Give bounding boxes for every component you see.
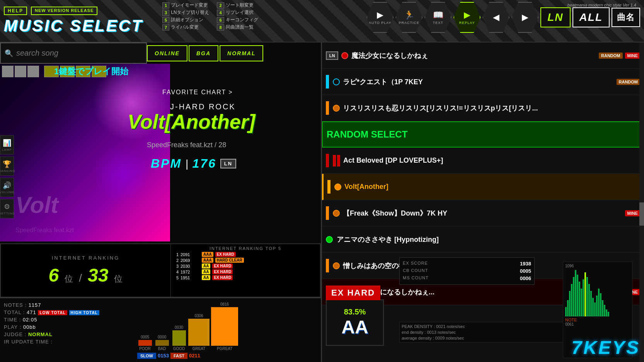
shortcut-8: 8 同曲譜面一覧	[217, 24, 264, 31]
ln-type-selector[interactable]: LN	[540, 7, 570, 27]
song-item-random[interactable]: RANDOM SELECT	[322, 121, 644, 148]
lamp-icon-btn[interactable]: 📊 LAMP	[0, 135, 14, 155]
ir-row-5: 5 1951 AA EX HARD	[173, 275, 318, 280]
bar-indicator-4	[326, 154, 329, 167]
shortcut-1: 1 プレイモード変更	[162, 2, 209, 8]
shortcut-7: 7 ライバル変更	[162, 24, 209, 31]
density-panel: PEAK DENSITY : 0021 notes/sec end densit…	[399, 322, 573, 343]
song-item-2[interactable]: リスリスリスも忍リスリス[リスリス!=リスリスpリス[リスリ...	[322, 95, 644, 121]
song-item-1[interactable]: ラピ*クエスト（1P 7KEY RANDOM	[322, 69, 644, 95]
text-icon: 📖	[433, 10, 443, 20]
volume-icon-btn[interactable]: 🔊 VOLUME	[0, 178, 14, 197]
badge-mine-0: MINE	[625, 53, 641, 59]
bar-indicator-6	[326, 206, 329, 220]
ir-row-2: 2 2069 AAA HARD CLEAR	[173, 258, 318, 263]
song-name-6: 【Freak《Show】Down》7K HY	[343, 209, 623, 218]
judge-poor: 0005 POOR	[137, 335, 153, 351]
song-item-5[interactable]: Volt[Another]	[322, 174, 644, 200]
tab-online[interactable]: ONLINE	[147, 45, 187, 61]
tab-normal[interactable]: NORMAL	[220, 45, 263, 61]
search-input[interactable]	[16, 49, 142, 58]
song-item-6[interactable]: 【Freak《Show】Down》7K HY MINE	[322, 200, 644, 226]
song-name-2: リスリスリスも忍リスリス[リスリス!=リスリスpリス[リスリ...	[343, 104, 640, 113]
key-box-3	[27, 66, 39, 77]
bpm-value: 176	[192, 156, 216, 171]
volume-icon: 🔊	[3, 181, 11, 190]
bottom-stats: NOTES : 1157 TOTAL : 471 LOW TOTAL HIGH …	[0, 297, 321, 362]
slow-fast-row: SLOW 0153 FAST 0211	[137, 353, 273, 359]
stat-middle: 0005 POOR 0000 BAD 0030 GOOD	[135, 300, 274, 362]
ranking-icon-btn[interactable]: 🏆 RANKING	[0, 156, 14, 176]
tab-bga[interactable]: BGA	[189, 45, 218, 61]
help-button[interactable]: HELP	[4, 7, 27, 15]
stat-ir-update: IR UPDATE TIME :	[4, 339, 131, 345]
ln-song-badge: LN	[220, 159, 236, 168]
key-box-1	[2, 66, 14, 77]
random-select-label: RANDOM SELECT	[327, 129, 639, 140]
album-artist-text: SpeedFreaks feat.kzt	[15, 227, 74, 234]
avg-density: average density : 0009 notes/sec	[402, 336, 571, 340]
prev-icon: ◀	[493, 12, 499, 22]
search-bar[interactable]: 🔍	[0, 42, 147, 64]
replay-label: REPLAY	[459, 21, 475, 25]
tab-buttons: ONLINE BGA NORMAL	[147, 42, 263, 64]
song-item-7[interactable]: アニマのささやき [Hypnotizing]	[322, 226, 644, 253]
grade-display: 83.5% AA	[326, 299, 384, 346]
autoplay-button[interactable]: ▶ AUTO PLAY	[366, 2, 394, 33]
judge-bad: 0000 BAD	[154, 335, 170, 351]
ir-row-3: 3 2030 AA EX HARD	[173, 263, 318, 269]
badge-random-0: RANDOM	[599, 53, 623, 59]
practice-button[interactable]: 🏃 PRACTICE	[395, 2, 423, 33]
next-button[interactable]: ▶	[511, 2, 538, 33]
icon-bar: ▶ AUTO PLAY 🏃 PRACTICE 📖 TEXT ▶ REPLAY ◀…	[366, 2, 640, 33]
diff-dot-1	[333, 78, 340, 85]
diff-dot-6	[333, 210, 340, 217]
ir-top-title: INTERNET RANKING TOP 5	[173, 246, 318, 251]
scrollbar-thumb[interactable]	[639, 202, 644, 226]
setting-icon-btn[interactable]: ⚙ SETTING	[0, 199, 14, 218]
new-version-button[interactable]: NEW VERSION RELEASE	[31, 7, 97, 15]
text-label: TEXT	[433, 21, 443, 25]
autoplay-label: AUTO PLAY	[369, 21, 392, 25]
song-name-9: 魔法少女になるしかねぇ...	[352, 287, 596, 297]
judge-great: 0306 GREAT	[188, 314, 210, 351]
key-box-2	[15, 66, 26, 77]
replay-button[interactable]: ▶ REPLAY	[453, 2, 480, 33]
left-panel: 🔍 ONLINE BGA NORMAL Volt SpeedFreaks fea…	[0, 42, 321, 362]
grade-percent: 83.5%	[344, 308, 366, 316]
album-art: Volt SpeedFreaks feat.kzt	[0, 64, 170, 241]
note-count-right-top: 1096	[565, 264, 574, 268]
ir-total-num: 33	[88, 265, 108, 286]
shortcut-area: 1 プレイモード変更 2 ソート順変更 3 LNタイプ切り替え 4 リプレイ選択…	[162, 2, 264, 31]
title-area: HELP NEW VERSION RELEASE MUSIC SELECT	[4, 7, 143, 35]
internet-ranking-section: INTERNET RANKING 6 位 / 33 位 INTERNET RAN…	[0, 243, 321, 297]
grade-letter: AA	[341, 316, 368, 338]
song-name-4: Act Beloved [DP LOVEPLUS+]	[343, 156, 640, 165]
shortcut-6: 6 キーコンフィグ	[217, 17, 264, 23]
keys-display: 7KEYS	[572, 337, 640, 358]
diff-dot-0	[341, 52, 348, 59]
shortcut-4: 4 リプレイ選択	[217, 9, 264, 16]
note-bar-4b	[337, 155, 340, 167]
prev-button[interactable]: ◀	[482, 2, 509, 33]
badge-mine-6: MINE	[625, 210, 641, 216]
page-title: MUSIC SELECT	[4, 17, 143, 35]
shortcut-3: 3 LNタイプ切り替え	[162, 9, 209, 16]
song-item-0[interactable]: LN 魔法少女になるしかねぇ RANDOM MINE	[322, 42, 644, 69]
scrollbar[interactable]	[639, 42, 644, 362]
note-bar-4a	[333, 155, 336, 167]
bpm-area: BPM | 176 LN	[151, 156, 236, 171]
diff-dot-2	[333, 105, 340, 112]
replay-icon: ▶	[464, 10, 470, 20]
search-icon: 🔍	[5, 49, 13, 58]
sort-type-selector[interactable]: 曲名	[612, 8, 640, 27]
stat-notes: NOTES : 1157	[4, 302, 131, 308]
text-button[interactable]: 📖 TEXT	[424, 2, 451, 33]
key-type-selector[interactable]: ALL	[572, 7, 610, 27]
song-item-4[interactable]: Act Beloved [DP LOVEPLUS+]	[322, 148, 644, 174]
song-artist: SpeedFreaks feat.kzt / 28	[147, 141, 226, 149]
stat-total: TOTAL : 471 LOW TOTAL HIGH TOTAL	[4, 309, 131, 315]
song-list-panel: LN 魔法少女になるしかねぇ RANDOM MINE ラピ*クエスト（1P 7K…	[321, 42, 644, 362]
dot-green-7	[326, 236, 333, 243]
play-prompt-text: 1鍵盤でプレイ開始	[54, 66, 128, 76]
